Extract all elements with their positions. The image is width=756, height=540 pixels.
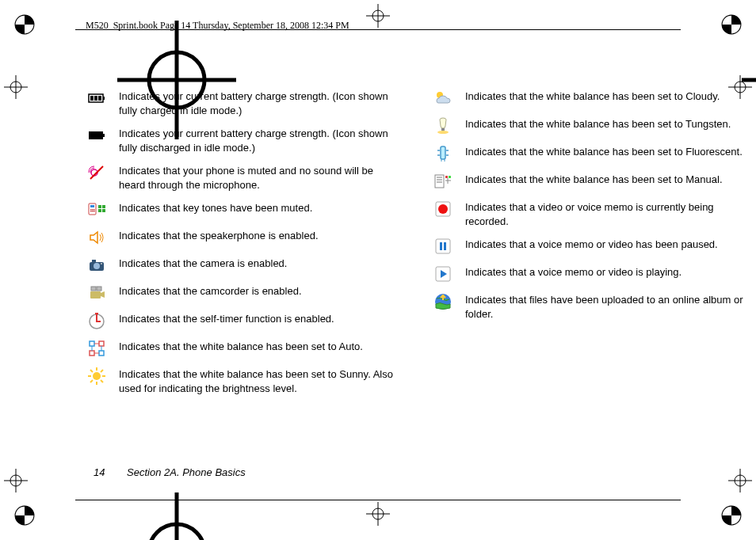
svg-rect-8: [103, 97, 105, 100]
icon-legend-entry: Indicates that the white balance has bee…: [433, 144, 748, 163]
svg-rect-24: [98, 205, 101, 208]
wb-cloudy-icon: [433, 89, 452, 108]
svg-rect-9: [90, 96, 94, 101]
svg-point-56: [437, 131, 449, 134]
icon-description: Indicates that the white balance has bee…: [465, 116, 748, 131]
icon-description: Indicates that a voice memo or video is …: [465, 264, 748, 280]
svg-line-53: [101, 370, 103, 372]
svg-rect-21: [90, 211, 92, 212]
svg-rect-36: [95, 313, 98, 314]
icon-description: Indicates that a video or voice memo is …: [465, 200, 748, 228]
icon-description: Indicates that the self-timer function i…: [119, 311, 402, 326]
registration-mark-icon: [366, 502, 390, 526]
icon-legend-entry: Indicates that a voice memo or video is …: [433, 264, 748, 283]
icon-legend-entry: Indicates your current battery charge st…: [87, 89, 402, 117]
speakerphone-icon: [87, 228, 106, 247]
svg-rect-57: [441, 146, 445, 159]
icon-description: Indicates your current battery charge st…: [119, 126, 402, 154]
svg-rect-66: [437, 179, 442, 181]
svg-rect-11: [98, 96, 101, 101]
registration-mark-icon: [58, 21, 74, 36]
registration-mark-icon: [682, 492, 698, 508]
upload-icon: [433, 292, 452, 311]
icon-legend-entry: Indicates that your phone is muted and n…: [87, 163, 402, 192]
icon-legend-entry: Indicates that the speakerphone is enabl…: [87, 228, 402, 247]
svg-rect-23: [94, 211, 95, 212]
record-icon: [433, 200, 452, 219]
left-column: Indicates your current battery charge st…: [87, 89, 402, 445]
svg-rect-34: [97, 287, 101, 291]
icon-legend-entry: Indicates that a video or voice memo is …: [433, 200, 748, 228]
icon-description: Indicates that a voice memo or video has…: [465, 237, 748, 252]
icon-legend-entry: Indicates that the white balance has bee…: [433, 172, 748, 191]
icon-description: Indicates that your phone is muted and n…: [119, 163, 402, 192]
svg-rect-32: [90, 291, 101, 299]
svg-line-52: [90, 380, 93, 382]
icon-description: Indicates that the speakerphone is enabl…: [119, 228, 402, 243]
svg-point-31: [101, 263, 102, 264]
icon-legend-entry: Indicates that the white balance has bee…: [433, 116, 748, 135]
icon-legend-entry: Indicates that the white balance has bee…: [87, 339, 402, 358]
registration-mark-icon: [58, 492, 74, 508]
icon-description: Indicates that files have been uploaded …: [465, 292, 748, 321]
battery-full-icon: [87, 89, 106, 108]
page-footer: 14 Section 2A. Phone Basics: [94, 466, 246, 478]
icon-description: Indicates that the white balance has bee…: [465, 172, 748, 187]
crop-mark-icon: [14, 505, 35, 526]
svg-rect-38: [99, 341, 104, 346]
registration-mark-icon: [4, 75, 28, 99]
section-title: Section 2A. Phone Basics: [127, 466, 246, 478]
svg-rect-27: [102, 209, 105, 212]
registration-mark-icon: [682, 21, 698, 36]
icon-legend-entry: Indicates that key tones have been muted…: [87, 200, 402, 219]
svg-rect-69: [449, 176, 451, 178]
wb-manual-icon: [433, 172, 452, 191]
svg-rect-18: [90, 209, 92, 211]
svg-rect-76: [444, 242, 446, 250]
registration-mark-icon: [366, 4, 390, 28]
icon-legend-entry: Indicates that a voice memo or video has…: [433, 237, 748, 256]
svg-line-50: [90, 370, 93, 372]
right-column: Indicates that the white balance has bee…: [433, 89, 748, 445]
mute-icon: [87, 163, 106, 182]
svg-rect-12: [89, 131, 103, 139]
svg-point-30: [94, 263, 100, 269]
icon-description: Indicates that the white balance has bee…: [465, 144, 748, 159]
svg-rect-22: [92, 211, 94, 212]
wb-auto-icon: [87, 339, 106, 358]
svg-rect-65: [437, 177, 442, 178]
crop-mark-icon: [14, 14, 35, 35]
svg-rect-13: [103, 134, 105, 137]
svg-rect-26: [98, 209, 101, 212]
page-header: M520_Sprint.book Page 14 Thursday, Septe…: [86, 20, 349, 32]
icon-legend-entry: Indicates that the self-timer function i…: [87, 311, 402, 330]
svg-point-73: [438, 204, 448, 214]
play-icon: [433, 264, 452, 283]
keytone-mute-icon: [87, 200, 106, 219]
svg-rect-19: [92, 209, 94, 211]
pause-icon: [433, 237, 452, 256]
camcorder-icon: [87, 283, 106, 302]
icon-description: Indicates that the white balance has bee…: [465, 89, 748, 104]
svg-rect-68: [445, 176, 448, 178]
icon-legend-entry: Indicates that the white balance has bee…: [87, 367, 402, 395]
icon-description: Indicates that the white balance has bee…: [119, 367, 402, 395]
svg-rect-39: [90, 351, 94, 356]
icon-description: Indicates that key tones have been muted…: [119, 200, 402, 215]
camera-icon: [87, 256, 106, 275]
page-number: 14: [94, 466, 105, 478]
icon-legend-entry: Indicates that the camcorder is enabled.: [87, 283, 402, 302]
svg-rect-74: [436, 239, 450, 253]
svg-line-51: [101, 380, 103, 382]
svg-rect-17: [90, 205, 94, 207]
svg-rect-33: [91, 287, 96, 291]
icon-description: Indicates that the white balance has bee…: [119, 339, 402, 354]
svg-rect-25: [102, 205, 105, 208]
registration-mark-icon: [4, 469, 28, 492]
content-area: Indicates your current battery charge st…: [87, 89, 748, 445]
registration-mark-icon: [728, 469, 752, 492]
svg-rect-10: [94, 96, 97, 101]
icon-description: Indicates that the camera is enabled.: [119, 256, 402, 271]
wb-tungsten-icon: [433, 116, 452, 135]
svg-rect-40: [99, 351, 104, 356]
